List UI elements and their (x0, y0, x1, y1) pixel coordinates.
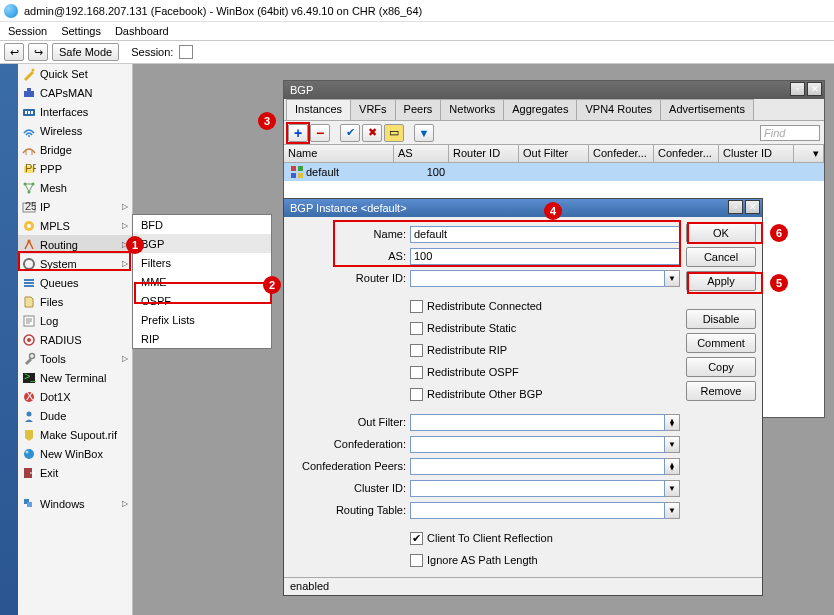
submenu-item-ospf[interactable]: OSPF (133, 291, 271, 310)
nav-item-mpls[interactable]: MPLS▷ (18, 216, 132, 235)
nav-item-windows[interactable]: Windows▷ (18, 494, 132, 513)
nav-item-bridge[interactable]: Bridge (18, 140, 132, 159)
nav-item-dude[interactable]: Dude (18, 406, 132, 425)
nav-item-tools[interactable]: Tools▷ (18, 349, 132, 368)
column-header[interactable]: Out Filter (519, 145, 589, 162)
confederation-dropdown[interactable]: ▼ (665, 436, 680, 453)
column-header[interactable]: Name (284, 145, 394, 162)
submenu-item-mme[interactable]: MME (133, 272, 271, 291)
out-filter-dropdown[interactable]: ⧫ (665, 414, 680, 431)
column-menu-button[interactable]: ▾ (794, 145, 824, 162)
add-button[interactable]: + (288, 124, 308, 142)
redo-button[interactable]: ↪ (28, 43, 48, 61)
close-button[interactable]: ✕ (807, 82, 822, 96)
tab-aggregates[interactable]: Aggregates (503, 99, 577, 120)
as-input[interactable]: 100 (410, 248, 680, 265)
undo-button[interactable]: ↩ (4, 43, 24, 61)
submenu-item-bgp[interactable]: BGP (133, 234, 271, 253)
ok-button[interactable]: OK (686, 223, 756, 243)
find-input[interactable]: Find (760, 125, 820, 141)
table-row[interactable]: default 100 (284, 163, 824, 181)
redistribute-rip-checkbox[interactable] (410, 344, 423, 357)
routing-table-input[interactable] (410, 502, 665, 519)
nav-item-routing[interactable]: Routing▷ (18, 235, 132, 254)
nav-item-wireless[interactable]: Wireless (18, 121, 132, 140)
nav-item-radius[interactable]: RADIUS (18, 330, 132, 349)
dialog-minimize-button[interactable]: ▫ (728, 200, 743, 214)
dialog-close-button[interactable]: ✕ (745, 200, 760, 214)
cancel-button[interactable]: Cancel (686, 247, 756, 267)
out-filter-input[interactable] (410, 414, 665, 431)
cluster-id-input[interactable] (410, 480, 665, 497)
iface-icon (22, 105, 36, 119)
confederation-input[interactable] (410, 436, 665, 453)
menu-dashboard[interactable]: Dashboard (115, 25, 169, 37)
name-input[interactable]: default (410, 226, 680, 243)
tab-vpn4-routes[interactable]: VPN4 Routes (576, 99, 661, 120)
disable-button[interactable]: ✖ (362, 124, 382, 142)
remove-button[interactable]: − (310, 124, 330, 142)
cluster-id-dropdown[interactable]: ▼ (665, 480, 680, 497)
column-header[interactable]: Confeder... (589, 145, 654, 162)
tab-peers[interactable]: Peers (395, 99, 442, 120)
submenu-item-rip[interactable]: RIP (133, 329, 271, 348)
nav-item-capsman[interactable]: CAPsMAN (18, 83, 132, 102)
submenu-item-filters[interactable]: Filters (133, 253, 271, 272)
nav-item-system[interactable]: System▷ (18, 254, 132, 273)
column-header[interactable]: Confeder... (654, 145, 719, 162)
nav-item-new-terminal[interactable]: >_New Terminal (18, 368, 132, 387)
nav-item-dot1x[interactable]: XDot1X (18, 387, 132, 406)
redistribute-static-checkbox[interactable] (410, 322, 423, 335)
filter-button[interactable]: ▼ (414, 124, 434, 142)
nav-item-make-supout-rif[interactable]: Make Supout.rif (18, 425, 132, 444)
remove-label: Remove (701, 385, 742, 397)
comment-button[interactable]: ▭ (384, 124, 404, 142)
nav-item-files[interactable]: Files (18, 292, 132, 311)
nav-item-ppp[interactable]: PPPPPP (18, 159, 132, 178)
router-id-input[interactable] (410, 270, 665, 287)
minimize-button[interactable]: ▫ (790, 82, 805, 96)
client-reflection-checkbox[interactable]: ✔ (410, 532, 423, 545)
nav-item-quick-set[interactable]: Quick Set (18, 64, 132, 83)
routing-table-dropdown[interactable]: ▼ (665, 502, 680, 519)
comment-button[interactable]: Comment (686, 333, 756, 353)
column-header[interactable]: AS (394, 145, 449, 162)
nav-item-mesh[interactable]: Mesh (18, 178, 132, 197)
remove-button[interactable]: Remove (686, 381, 756, 401)
nav-item-new-winbox[interactable]: New WinBox (18, 444, 132, 463)
redistribute-other-bgp-checkbox[interactable] (410, 388, 423, 401)
bgp-window-titlebar[interactable]: BGP ▫ ✕ (284, 81, 824, 99)
nav-label: New Terminal (40, 372, 106, 384)
enable-button[interactable]: ✔ (340, 124, 360, 142)
dot1x-icon: X (22, 390, 36, 404)
safe-mode-button[interactable]: Safe Mode (52, 43, 119, 61)
svg-point-30 (30, 353, 35, 358)
tab-vrfs[interactable]: VRFs (350, 99, 396, 120)
dialog-titlebar[interactable]: BGP Instance <default> ▫ ✕ (284, 199, 762, 217)
column-header[interactable]: Router ID (449, 145, 519, 162)
apply-button[interactable]: Apply (686, 271, 756, 291)
menu-session[interactable]: Session (8, 25, 47, 37)
nav-item-queues[interactable]: Queues (18, 273, 132, 292)
tab-instances[interactable]: Instances (286, 99, 351, 120)
redistribute-connected-checkbox[interactable] (410, 300, 423, 313)
nav-label: Interfaces (40, 106, 88, 118)
submenu-item-bfd[interactable]: BFD (133, 215, 271, 234)
column-header[interactable]: Cluster ID (719, 145, 794, 162)
nav-item-log[interactable]: Log (18, 311, 132, 330)
router-id-dropdown[interactable]: ▼ (665, 270, 680, 287)
ignore-as-path-label: Ignore AS Path Length (427, 554, 538, 566)
ignore-as-path-checkbox[interactable] (410, 554, 423, 567)
confed-peers-dropdown[interactable]: ⧫ (665, 458, 680, 475)
disable-button[interactable]: Disable (686, 309, 756, 329)
tab-advertisements[interactable]: Advertisements (660, 99, 754, 120)
tab-networks[interactable]: Networks (440, 99, 504, 120)
copy-button[interactable]: Copy (686, 357, 756, 377)
redistribute-ospf-checkbox[interactable] (410, 366, 423, 379)
submenu-item-prefix-lists[interactable]: Prefix Lists (133, 310, 271, 329)
confed-peers-input[interactable] (410, 458, 665, 475)
menu-settings[interactable]: Settings (61, 25, 101, 37)
nav-item-interfaces[interactable]: Interfaces (18, 102, 132, 121)
nav-item-exit[interactable]: Exit (18, 463, 132, 482)
nav-item-ip[interactable]: 255IP▷ (18, 197, 132, 216)
